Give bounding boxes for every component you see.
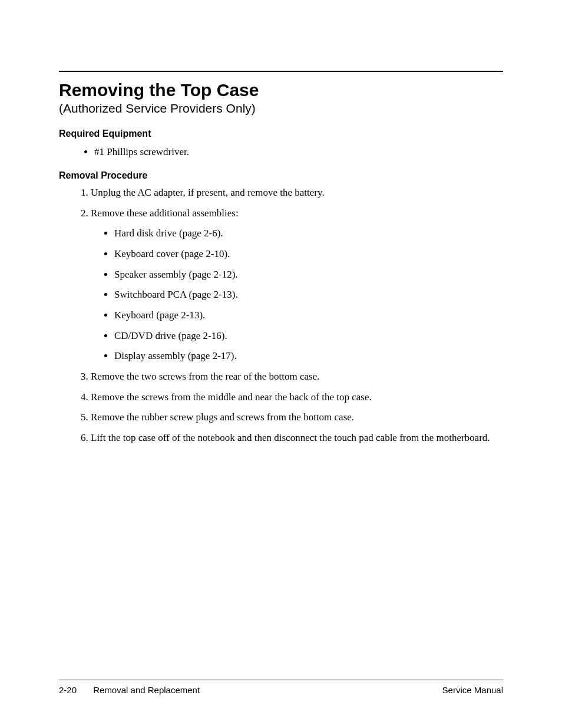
assembly-item: Keyboard cover (page 2-10). [114, 247, 497, 262]
assembly-item: Switchboard PCA (page 2-13). [114, 288, 497, 302]
step-3: Remove the two screws from the rear of t… [91, 370, 503, 384]
footer-left: 2-20 Removal and Replacement [59, 685, 200, 695]
assembly-item: Hard disk drive (page 2-6). [114, 226, 497, 241]
page-footer: 2-20 Removal and Replacement Service Man… [59, 680, 503, 695]
page-subtitle: (Authorized Service Providers Only) [59, 101, 503, 116]
step-4: Remove the screws from the middle and ne… [91, 390, 503, 405]
assembly-item: Keyboard (page 2-13). [114, 308, 497, 323]
page-title: Removing the Top Case [59, 80, 503, 100]
footer-doc-title: Service Manual [442, 685, 503, 695]
procedure-steps: Unplug the AC adapter, if present, and r… [91, 186, 503, 445]
footer-chapter: Removal and Replacement [93, 685, 200, 695]
equipment-item: #1 Phillips screwdriver. [94, 144, 503, 160]
required-equipment-heading: Required Equipment [59, 129, 503, 139]
footer-rule [59, 680, 503, 680]
header-rule [59, 71, 503, 72]
assembly-item: Speaker assembly (page 2-12). [114, 268, 497, 282]
step-2-text: Remove these additional assemblies: [91, 207, 239, 219]
footer-page-number: 2-20 [59, 685, 77, 695]
step-2: Remove these additional assemblies: Hard… [91, 206, 503, 364]
step-6: Lift the top case off of the notebook an… [91, 431, 503, 446]
assembly-item: CD/DVD drive (page 2-16). [114, 329, 497, 344]
equipment-list: #1 Phillips screwdriver. [94, 144, 503, 160]
step-5: Remove the rubber screw plugs and screws… [91, 410, 503, 425]
document-page: Removing the Top Case (Authorized Servic… [0, 0, 562, 728]
removal-procedure-heading: Removal Procedure [59, 170, 503, 181]
assembly-item: Display assembly (page 2-17). [114, 349, 497, 364]
step-2-sublist: Hard disk drive (page 2-6). Keyboard cov… [114, 226, 497, 363]
step-1: Unplug the AC adapter, if present, and r… [91, 186, 503, 200]
